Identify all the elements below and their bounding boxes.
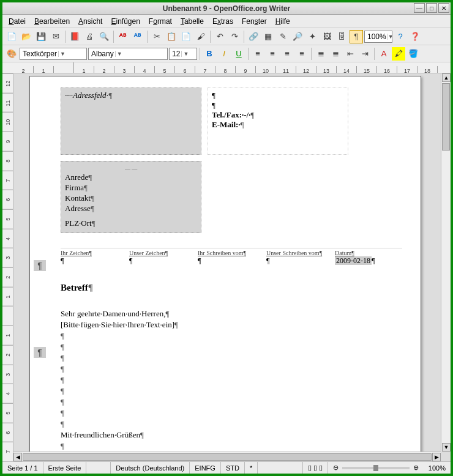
- menu-edit[interactable]: Bearbeiten: [31, 16, 73, 27]
- open-icon[interactable]: 📂: [20, 30, 33, 43]
- format-paint-icon[interactable]: 🖌: [194, 30, 208, 43]
- minimize-button[interactable]: —: [414, 3, 425, 13]
- maximize-button[interactable]: □: [426, 3, 437, 13]
- subject-line[interactable]: Betreff¶: [61, 283, 402, 293]
- font-name-combo[interactable]: Albany▼: [88, 48, 168, 60]
- find-icon[interactable]: 🔎: [291, 30, 304, 43]
- para-mark-left: ¶: [34, 260, 46, 271]
- window-title: Unbenannt 9 - OpenOffice.org Writer: [163, 4, 290, 13]
- close-button[interactable]: ✕: [438, 3, 449, 13]
- zoom-combo[interactable]: 100%▼: [364, 31, 392, 43]
- sender-address-frame[interactable]: ····Adressfeld·¶: [61, 87, 201, 155]
- print-icon[interactable]: 🖨: [83, 30, 96, 43]
- status-mod: *: [245, 462, 258, 474]
- menu-table[interactable]: Tabelle: [177, 16, 208, 27]
- underline-icon[interactable]: U: [232, 47, 245, 61]
- italic-icon[interactable]: I: [217, 47, 231, 61]
- spellcheck-icon[interactable]: ᴬᴮ: [116, 30, 130, 43]
- new-doc-icon[interactable]: 📄: [5, 30, 18, 43]
- status-insert[interactable]: EINFG: [190, 462, 221, 474]
- vertical-scrollbar[interactable]: ▲ ▼: [441, 73, 451, 452]
- menu-format[interactable]: Format: [145, 16, 176, 27]
- align-right-icon[interactable]: ≡: [280, 47, 294, 61]
- menu-help[interactable]: Hilfe: [272, 16, 294, 27]
- nonprint-chars-icon[interactable]: ¶: [350, 30, 363, 43]
- email-icon[interactable]: ✉: [49, 30, 62, 43]
- page[interactable]: ¶ ¶ ····Adressfeld·¶ ¶ ¶ Tel./Fax:·-/·¶ …: [29, 76, 421, 461]
- menu-insert[interactable]: Einfügen: [107, 16, 143, 27]
- save-icon[interactable]: 💾: [34, 30, 48, 43]
- menu-extras[interactable]: Extras: [209, 16, 237, 27]
- status-sel[interactable]: STD: [221, 462, 245, 474]
- font-color-icon[interactable]: A: [377, 47, 391, 61]
- gallery-icon[interactable]: 🖼: [320, 30, 334, 43]
- font-size-combo[interactable]: 12▼: [169, 48, 197, 60]
- help-icon[interactable]: ?: [394, 30, 407, 43]
- contact-frame[interactable]: ¶ ¶ Tel./Fax:·-/·¶ E-Mail:·¶: [208, 87, 348, 155]
- status-spacer: [258, 462, 303, 474]
- app-window: Unbenannt 9 - OpenOffice.org Writer — □ …: [0, 0, 453, 476]
- status-style[interactable]: Erste Seite: [43, 462, 87, 474]
- copy-icon[interactable]: 📋: [165, 30, 178, 43]
- reference-row[interactable]: Ihr Zeichen¶¶Unser Zeichen¶¶Ihr Schreibe…: [61, 248, 402, 266]
- highlight-icon[interactable]: 🖍: [392, 47, 405, 61]
- export-pdf-icon[interactable]: 📕: [68, 30, 81, 43]
- status-view-icons[interactable]: ▯ ▯ ▯: [303, 462, 328, 474]
- align-justify-icon[interactable]: ≡: [295, 47, 309, 61]
- horizontal-ruler[interactable]: 21123456789101112131415161718: [2, 62, 451, 73]
- table-icon[interactable]: ▦: [261, 30, 275, 43]
- letter-body[interactable]: Sehr geehrte·Damen·und·Herren,¶ [Bitte·f…: [61, 309, 402, 451]
- scroll-thumb[interactable]: [442, 83, 450, 151]
- para-style-combo[interactable]: Textkörper▼: [20, 48, 87, 60]
- navigator-icon[interactable]: ✦: [305, 30, 319, 43]
- document-area: 21123456789101112131415161718 1211109876…: [2, 62, 451, 461]
- status-lang[interactable]: Deutsch (Deutschland): [111, 462, 190, 474]
- hyperlink-icon[interactable]: 🔗: [247, 30, 260, 43]
- status-zoom[interactable]: 100%: [424, 462, 451, 474]
- cut-icon[interactable]: ✂: [150, 30, 163, 43]
- menu-file[interactable]: Datei: [5, 16, 29, 27]
- menu-view[interactable]: Ansicht: [75, 16, 106, 27]
- paste-icon[interactable]: 📄: [179, 30, 193, 43]
- recipient-frame[interactable]: — — Anrede¶Firma¶Kontakt¶Adresse¶ PLZ·Or…: [61, 161, 201, 233]
- whatsthis-icon[interactable]: ❓: [408, 30, 422, 43]
- menubar: Datei Bearbeiten Ansicht Einfügen Format…: [2, 15, 451, 28]
- align-center-icon[interactable]: ≡: [266, 47, 279, 61]
- status-page[interactable]: Seite 1 / 1: [2, 462, 43, 474]
- document-canvas[interactable]: ¶ ¶ ····Adressfeld·¶ ¶ ¶ Tel./Fax:·-/·¶ …: [13, 73, 451, 461]
- status-blank: [86, 462, 111, 474]
- number-list-icon[interactable]: ≣: [314, 47, 328, 61]
- horizontal-scrollbar[interactable]: ◀▶: [13, 452, 441, 461]
- redo-icon[interactable]: ↷: [228, 30, 241, 43]
- bullet-list-icon[interactable]: ≣: [329, 47, 342, 61]
- zoom-slider[interactable]: ⊖⊕: [328, 462, 424, 474]
- decrease-indent-icon[interactable]: ⇤: [343, 47, 357, 61]
- datasource-icon[interactable]: 🗄: [335, 30, 348, 43]
- print-preview-icon[interactable]: 🔍: [97, 30, 111, 43]
- auto-spell-icon[interactable]: ᴬᴮ: [131, 30, 144, 43]
- undo-icon[interactable]: ↶: [213, 30, 226, 43]
- statusbar: Seite 1 / 1 Erste Seite Deutsch (Deutsch…: [2, 461, 451, 474]
- align-left-icon[interactable]: ≡: [251, 47, 264, 61]
- bold-icon[interactable]: B: [203, 47, 216, 61]
- vertical-ruler[interactable]: 1211109876543211234567: [2, 73, 13, 461]
- formatting-toolbar: 🎨 Textkörper▼ Albany▼ 12▼ B I U ≡ ≡ ≡ ≡ …: [2, 45, 451, 62]
- standard-toolbar: 📄 📂 💾 ✉ 📕 🖨 🔍 ᴬᴮ ᴬᴮ ✂ 📋 📄 🖌 ↶ ↷ 🔗 ▦ ✎ 🔎 …: [2, 28, 451, 45]
- show-draw-icon[interactable]: ✎: [276, 30, 290, 43]
- increase-indent-icon[interactable]: ⇥: [358, 47, 372, 61]
- para-mark-left: ¶: [34, 347, 46, 358]
- titlebar: Unbenannt 9 - OpenOffice.org Writer — □ …: [2, 2, 451, 15]
- styles-icon[interactable]: 🎨: [5, 47, 18, 61]
- menu-window[interactable]: Fenster: [238, 16, 271, 27]
- bg-color-icon[interactable]: 🪣: [406, 47, 420, 61]
